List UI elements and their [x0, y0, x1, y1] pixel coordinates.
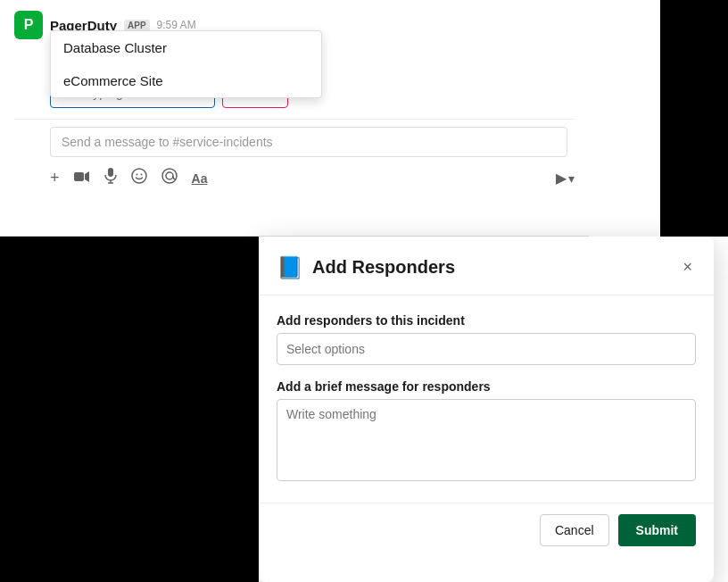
modal-emoji-icon: 📘 [277, 255, 303, 280]
svg-point-5 [132, 169, 146, 183]
responders-select-input[interactable] [277, 333, 696, 365]
send-button-group[interactable]: ▶ ▾ [556, 170, 575, 187]
modal-header: 📘 Add Responders × [259, 237, 714, 295]
svg-point-9 [162, 169, 177, 183]
dropdown-item-ecommerce[interactable]: eCommerce Site [51, 64, 321, 97]
modal-footer: Cancel Submit [259, 503, 714, 557]
send-icon[interactable]: ▶ [556, 170, 567, 187]
slack-toolbar: + [0, 161, 589, 195]
svg-point-7 [140, 174, 142, 176]
message-label: Add a brief message for responders [277, 379, 696, 394]
message-bar-area: Send a message to #service-incidents [0, 123, 589, 161]
svg-point-6 [136, 174, 137, 176]
black-panel-left [0, 237, 259, 582]
pd-app-badge: APP [124, 20, 150, 31]
video-icon[interactable] [74, 169, 90, 187]
modal-title: Add Responders [312, 257, 455, 278]
pd-time: 9:59 AM [157, 19, 196, 31]
format-icon[interactable]: Aa [192, 171, 208, 186]
modal-close-button[interactable]: × [679, 254, 696, 280]
slack-divider [14, 119, 575, 120]
modal-title-group: 📘 Add Responders [277, 255, 455, 280]
service-dropdown-menu: Database Cluster eCommerce Site [50, 30, 322, 98]
slack-section: P PagerDuty APP 9:59 AM 🤖 Choose a servi… [0, 0, 589, 237]
add-responders-modal: 📘 Add Responders × Add responders to thi… [259, 237, 714, 582]
responders-label: Add responders to this incident [277, 313, 696, 328]
modal-cancel-button[interactable]: Cancel [540, 514, 609, 546]
svg-rect-2 [108, 168, 113, 177]
dropdown-item-database[interactable]: Database Cluster [51, 31, 321, 64]
modal-submit-button[interactable]: Submit [618, 514, 696, 546]
message-textarea[interactable] [277, 399, 696, 481]
svg-point-8 [166, 172, 173, 179]
svg-rect-0 [74, 172, 84, 181]
black-panel-right [660, 0, 728, 237]
send-message-box: Send a message to #service-incidents [50, 127, 567, 157]
pagerduty-icon: P [14, 11, 43, 39]
svg-marker-1 [85, 171, 89, 182]
plus-icon[interactable]: + [50, 169, 60, 187]
emoji-icon[interactable] [131, 168, 147, 188]
mic-icon[interactable] [104, 168, 117, 188]
mention-icon[interactable] [161, 168, 178, 188]
send-chevron-icon[interactable]: ▾ [568, 171, 575, 186]
modal-body: Add responders to this incident Add a br… [259, 295, 714, 503]
